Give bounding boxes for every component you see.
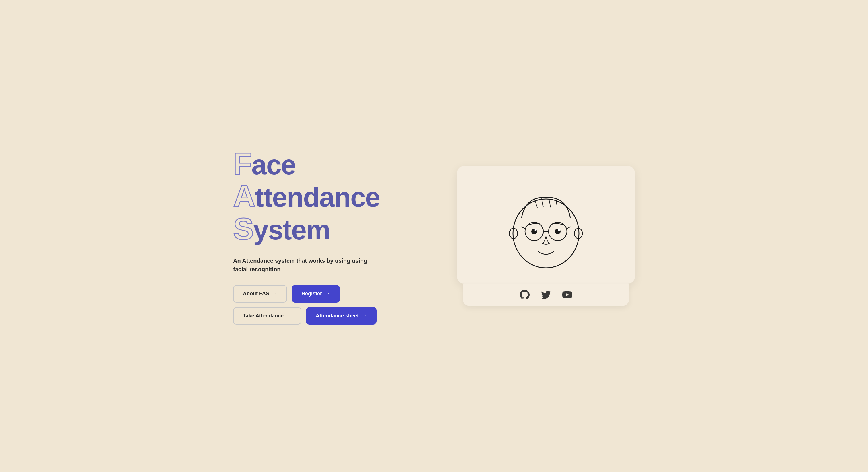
face-illustration — [500, 180, 592, 272]
title-ace: ace — [251, 149, 296, 180]
attendance-sheet-arrow: → — [362, 313, 367, 319]
social-card — [463, 283, 629, 306]
attendance-sheet-button[interactable]: Attendance sheet → — [306, 307, 377, 325]
button-row-2: Take Attendance → Attendance sheet → — [233, 307, 377, 325]
title-line-3: System — [233, 212, 420, 245]
register-arrow: → — [325, 291, 330, 297]
title-block: Face Attendance System — [233, 147, 420, 245]
face-card — [457, 166, 635, 283]
take-attendance-button[interactable]: Take Attendance → — [233, 307, 301, 325]
twitter-icon[interactable] — [541, 290, 551, 300]
attendance-sheet-label: Attendance sheet — [316, 313, 359, 319]
github-icon[interactable] — [520, 290, 530, 300]
take-attendance-arrow: → — [286, 313, 291, 319]
right-section — [457, 166, 635, 306]
button-grid: About FAS → Register → Take Attendance →… — [233, 285, 377, 325]
svg-point-0 — [513, 199, 579, 268]
title-s-letter: S — [233, 212, 253, 245]
svg-point-7 — [535, 229, 537, 231]
title-ttendance: ttendance — [255, 182, 380, 212]
title-a-letter: A — [233, 180, 255, 212]
about-fas-button[interactable]: About FAS → — [233, 285, 287, 303]
take-attendance-label: Take Attendance — [243, 313, 284, 319]
title-ystem: ystem — [253, 214, 330, 245]
about-fas-arrow: → — [272, 291, 277, 297]
left-section: Face Attendance System An Attendance sys… — [233, 147, 420, 325]
about-fas-label: About FAS — [243, 291, 269, 297]
title-line-2: Attendance — [233, 180, 420, 212]
button-row-1: About FAS → Register → — [233, 285, 377, 303]
title-line-1: Face — [233, 147, 420, 180]
svg-point-8 — [558, 229, 560, 231]
subtitle-text: An Attendance system that works by using… — [233, 256, 371, 274]
register-label: Register — [301, 291, 322, 297]
youtube-icon[interactable] — [562, 290, 572, 300]
title-f-letter: F — [233, 147, 251, 180]
main-container: Face Attendance System An Attendance sys… — [233, 147, 635, 325]
register-button[interactable]: Register → — [291, 285, 340, 303]
